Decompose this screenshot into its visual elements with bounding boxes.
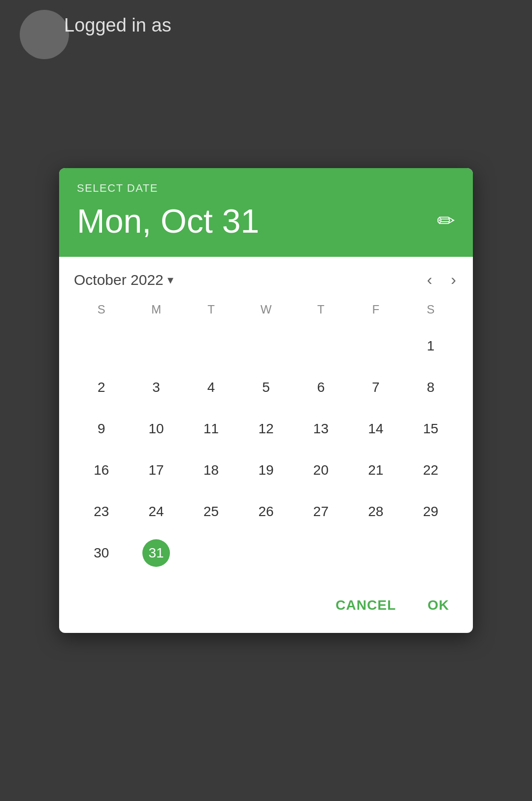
day-header-mon: M	[129, 299, 183, 320]
day-header-fri: F	[348, 299, 403, 320]
day-23[interactable]: 23	[74, 491, 129, 532]
day-21[interactable]: 21	[348, 450, 403, 491]
day-empty	[238, 325, 293, 367]
day-empty	[129, 325, 183, 367]
date-picker-dialog: SELECT DATE Mon, Oct 31 ✏ October 2022 ▾…	[59, 168, 473, 633]
day-6[interactable]: 6	[294, 367, 348, 408]
selected-date-display: Mon, Oct 31	[77, 203, 259, 240]
ok-button[interactable]: OK	[422, 593, 455, 617]
day-empty	[238, 532, 293, 574]
calendar-grid: S M T W T F S 12345678910111213141516171…	[69, 299, 463, 584]
day-11[interactable]: 11	[184, 408, 238, 450]
day-22[interactable]: 22	[403, 450, 458, 491]
day-header-wed: W	[238, 299, 293, 320]
day-10[interactable]: 10	[129, 408, 183, 450]
day-header-sat: S	[403, 299, 458, 320]
day-30[interactable]: 30	[74, 532, 129, 574]
week-row: 1	[74, 325, 458, 367]
day-8[interactable]: 8	[403, 367, 458, 408]
day-empty	[74, 325, 129, 367]
day-29[interactable]: 29	[403, 491, 458, 532]
day-headers: S M T W T F S	[74, 299, 458, 320]
dialog-footer: CANCEL OK	[59, 584, 473, 633]
day-3[interactable]: 3	[129, 367, 183, 408]
day-header-thu: T	[294, 299, 348, 320]
week-row: 2345678	[74, 367, 458, 408]
day-16[interactable]: 16	[74, 450, 129, 491]
day-empty	[348, 532, 403, 574]
week-row: 23242526272829	[74, 491, 458, 532]
day-28[interactable]: 28	[348, 491, 403, 532]
day-empty	[184, 325, 238, 367]
week-row: 3031	[74, 532, 458, 574]
week-row: 16171819202122	[74, 450, 458, 491]
next-month-button[interactable]: ›	[449, 269, 458, 291]
month-dropdown-trigger[interactable]: October 2022 ▾	[74, 272, 173, 288]
calendar-weeks: 1234567891011121314151617181920212223242…	[74, 325, 458, 574]
prev-month-button[interactable]: ‹	[425, 269, 434, 291]
day-20[interactable]: 20	[294, 450, 348, 491]
day-1[interactable]: 1	[403, 325, 458, 367]
select-date-label: SELECT DATE	[77, 182, 455, 195]
day-empty	[403, 532, 458, 574]
day-5[interactable]: 5	[238, 367, 293, 408]
day-empty	[294, 532, 348, 574]
nav-arrows: ‹ ›	[425, 269, 458, 291]
day-25[interactable]: 25	[184, 491, 238, 532]
edit-icon[interactable]: ✏	[437, 208, 455, 233]
dropdown-icon: ▾	[167, 273, 173, 287]
cancel-button[interactable]: CANCEL	[330, 593, 402, 617]
dialog-body: October 2022 ▾ ‹ › S M T W T F S 1234567…	[59, 257, 473, 584]
day-empty	[348, 325, 403, 367]
day-14[interactable]: 14	[348, 408, 403, 450]
month-title: October 2022	[74, 272, 164, 288]
day-31[interactable]: 31	[129, 532, 183, 574]
day-15[interactable]: 15	[403, 408, 458, 450]
day-4[interactable]: 4	[184, 367, 238, 408]
day-26[interactable]: 26	[238, 491, 293, 532]
avatar	[20, 10, 69, 59]
day-header-sun: S	[74, 299, 129, 320]
day-18[interactable]: 18	[184, 450, 238, 491]
day-24[interactable]: 24	[129, 491, 183, 532]
day-2[interactable]: 2	[74, 367, 129, 408]
selected-date-row: Mon, Oct 31 ✏	[77, 203, 455, 240]
day-19[interactable]: 19	[238, 450, 293, 491]
day-17[interactable]: 17	[129, 450, 183, 491]
day-7[interactable]: 7	[348, 367, 403, 408]
month-nav: October 2022 ▾ ‹ ›	[69, 257, 463, 299]
day-header-tue: T	[184, 299, 238, 320]
day-9[interactable]: 9	[74, 408, 129, 450]
day-12[interactable]: 12	[238, 408, 293, 450]
logged-in-text: Logged in as	[64, 15, 171, 36]
day-empty	[294, 325, 348, 367]
week-row: 9101112131415	[74, 408, 458, 450]
day-empty	[184, 532, 238, 574]
dialog-header: SELECT DATE Mon, Oct 31 ✏	[59, 168, 473, 257]
day-13[interactable]: 13	[294, 408, 348, 450]
day-27[interactable]: 27	[294, 491, 348, 532]
